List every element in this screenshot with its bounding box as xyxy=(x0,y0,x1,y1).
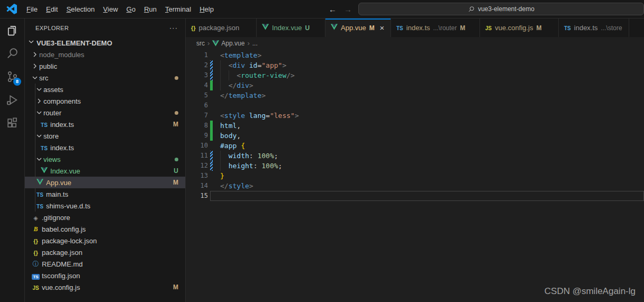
source-control-activity-icon[interactable]: 8 xyxy=(0,65,24,88)
nav-forward-button[interactable]: → xyxy=(344,5,352,14)
breadcrumb-item[interactable]: App.vue xyxy=(212,40,244,47)
tree-item-label: babel.config.js xyxy=(42,225,86,233)
code-line-5[interactable]: 5</template> xyxy=(186,90,644,100)
code-line-6[interactable]: 6 xyxy=(186,100,644,111)
breadcrumb-separator: › xyxy=(247,39,249,47)
menu-run[interactable]: Run xyxy=(140,4,161,15)
code-line-7[interactable]: 7<style lang="less"> xyxy=(186,111,644,121)
tab-index.ts[interactable]: TSindex.ts...\routerM xyxy=(391,19,480,37)
tree-file-package-lock.json[interactable]: {}package-lock.json xyxy=(25,235,185,246)
folder-modified-dot xyxy=(175,111,178,115)
tree-folder-src[interactable]: src xyxy=(25,72,185,84)
line-number: 15 xyxy=(186,191,208,201)
code-text: html, xyxy=(213,121,241,131)
menu-edit[interactable]: Edit xyxy=(42,4,62,15)
tree-file-babel.config.js[interactable]: Bbabel.config.js xyxy=(25,223,185,235)
tab-bar: {}package.jsonIndex.vueUApp.vueM×TSindex… xyxy=(186,19,644,37)
explorer-activity-icon[interactable] xyxy=(0,19,24,42)
tree-root-folder[interactable]: VUE3-ELEMENT-DEMO xyxy=(25,37,185,49)
extensions-activity-icon[interactable] xyxy=(0,112,24,135)
menu-terminal[interactable]: Terminal xyxy=(161,4,195,15)
breadcrumb-label: ... xyxy=(252,40,258,47)
chevron-down-icon xyxy=(35,132,43,140)
folder-modified-dot xyxy=(175,158,178,161)
menu-selection[interactable]: Selection xyxy=(62,4,98,15)
tree-file-readme.md[interactable]: ⓘREADME.md xyxy=(25,258,185,270)
tree-file-package.json[interactable]: {}package.json xyxy=(25,246,185,258)
line-number: 7 xyxy=(186,111,208,121)
code-text: <router-view/> xyxy=(213,70,295,80)
tree-file-index.ts[interactable]: TSindex.tsM xyxy=(25,118,185,130)
tree-file-.gitignore[interactable]: ◈.gitignore xyxy=(25,212,185,223)
tree-file-index.ts[interactable]: TSindex.ts xyxy=(25,142,185,153)
menu-file[interactable]: File xyxy=(22,4,42,15)
tree-item-label: store xyxy=(43,132,59,140)
ts-icon: TS xyxy=(37,192,43,198)
run-debug-activity-icon[interactable] xyxy=(0,88,24,112)
line-number: 11 xyxy=(186,151,208,161)
breadcrumb-separator: › xyxy=(207,39,210,47)
tree-folder-assets[interactable]: assets xyxy=(25,84,185,95)
tree-item-label: package.json xyxy=(42,249,83,257)
tree-folder-views[interactable]: views xyxy=(25,153,185,165)
tab-vue.config.js[interactable]: JSvue.config.jsM xyxy=(480,19,559,37)
code-line-4[interactable]: 4 </div> xyxy=(186,80,644,90)
code-line-15[interactable]: 15 xyxy=(186,191,644,201)
tab-git-badge: M xyxy=(369,24,375,32)
tab-app.vue[interactable]: App.vueM× xyxy=(325,19,391,37)
menu-help[interactable]: Help xyxy=(195,4,218,15)
tab-index.vue[interactable]: Index.vueU xyxy=(257,19,325,37)
code-line-11[interactable]: 11 width: 100%; xyxy=(186,151,644,161)
tree-folder-router[interactable]: router xyxy=(25,107,185,118)
tree-item-label: assets xyxy=(43,86,64,94)
tree-file-app.vue[interactable]: App.vueM xyxy=(25,177,185,188)
code-line-13[interactable]: 13} xyxy=(186,171,644,181)
code-text: height: 100%; xyxy=(213,161,282,171)
tree-item-label: .gitignore xyxy=(42,214,70,222)
nav-back-button[interactable]: ← xyxy=(329,5,337,14)
tab-git-badge: U xyxy=(305,24,310,32)
close-icon[interactable]: × xyxy=(379,23,385,32)
tree-folder-store[interactable]: store xyxy=(25,130,185,142)
tsconfig-icon: TS xyxy=(32,274,39,280)
code-editor[interactable]: 1<template>2 <div id="app">3 <router-vie… xyxy=(186,49,644,302)
code-line-2[interactable]: 2 <div id="app"> xyxy=(186,60,644,70)
menu-view[interactable]: View xyxy=(99,4,122,15)
tree-file-main.ts[interactable]: TSmain.ts xyxy=(25,188,185,200)
tree-item-label: node_modules xyxy=(39,51,84,59)
tree-file-shims-vue.d.ts[interactable]: TSshims-vue.d.ts xyxy=(25,200,185,212)
code-line-1[interactable]: 1<template> xyxy=(186,50,644,60)
tab-index.ts[interactable]: TSindex.ts...\store xyxy=(559,19,629,37)
tab-label: package.json xyxy=(199,24,240,32)
code-line-14[interactable]: 14</style> xyxy=(186,181,644,191)
code-text: </style> xyxy=(213,181,253,191)
tree-file-index.vue[interactable]: Index.vueU xyxy=(25,165,185,177)
code-line-3[interactable]: 3 <router-view/> xyxy=(186,70,644,80)
tree-item-label: package-lock.json xyxy=(42,237,97,245)
json-icon: {} xyxy=(191,25,196,31)
code-line-10[interactable]: 10#app { xyxy=(186,141,644,151)
code-line-12[interactable]: 12 height: 100%; xyxy=(186,161,644,171)
tree-item-label: public xyxy=(39,62,57,70)
tree-folder-components[interactable]: components xyxy=(25,95,185,107)
breadcrumb: src›App.vue›... xyxy=(186,37,644,49)
tree-file-tsconfig.json[interactable]: TStsconfig.json xyxy=(25,270,185,281)
code-line-8[interactable]: 8html, xyxy=(186,121,644,131)
breadcrumb-item[interactable]: src xyxy=(196,40,205,47)
file-tree: node_modulespublicsrcassetscomponentsrou… xyxy=(25,49,185,293)
vscode-logo xyxy=(6,4,17,14)
line-number: 10 xyxy=(186,141,208,151)
tab-package.json[interactable]: {}package.json xyxy=(186,19,257,37)
tree-file-vue.config.js[interactable]: JSvue.config.jsM xyxy=(25,281,185,293)
command-center-search[interactable]: vue3-element-demo xyxy=(358,3,644,15)
code-line-9[interactable]: 9body, xyxy=(186,131,644,141)
tree-indent-guide xyxy=(35,84,35,212)
tree-folder-public[interactable]: public xyxy=(25,60,185,72)
tree-folder-node_modules[interactable]: node_modules xyxy=(25,49,185,60)
breadcrumb-item[interactable]: ... xyxy=(252,40,258,47)
menu-go[interactable]: Go xyxy=(122,4,140,15)
search-activity-icon[interactable] xyxy=(0,42,24,65)
sidebar-actions-button[interactable]: ··· xyxy=(169,24,178,32)
nav-arrows: ← → xyxy=(329,5,358,14)
git-status-badge: M xyxy=(173,179,178,186)
